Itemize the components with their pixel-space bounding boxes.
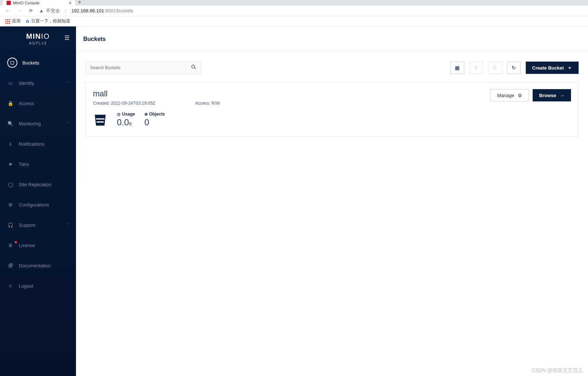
nav-label: Logout bbox=[19, 283, 33, 289]
usage-unit: B bbox=[129, 122, 131, 126]
insecure-label: 不安全 bbox=[46, 8, 60, 14]
search-container bbox=[85, 61, 201, 74]
watermark: CSDN @假装文艺范儿 bbox=[532, 367, 583, 374]
browser-tab[interactable]: MinIO Console × bbox=[3, 0, 75, 5]
objects-label: Objects bbox=[149, 112, 165, 117]
page-title: Buckets bbox=[76, 26, 588, 52]
usage-value: 0.0 bbox=[117, 117, 129, 127]
objects-stat: ⊕Objects 0 bbox=[144, 112, 165, 128]
gear-icon: ⚙ bbox=[7, 202, 14, 208]
sidebar-item-documentation[interactable]: 🗐 Documentation bbox=[0, 255, 76, 276]
grid-icon: ▦ bbox=[455, 65, 460, 71]
browse-label: Browse bbox=[539, 93, 556, 98]
close-tab-icon[interactable]: × bbox=[69, 0, 72, 6]
sidebar-item-identity[interactable]: ▭ Identity ˄ bbox=[0, 73, 76, 93]
bookmarks-bar: 应用 ✿百度一下，你就知道 bbox=[0, 16, 588, 26]
manage-label: Manage bbox=[497, 93, 514, 98]
main-content: Buckets ▦ ⇅ ☰ ↻ Create Bucket ＋ bbox=[76, 26, 588, 376]
baidu-bookmark[interactable]: ✿百度一下，你就知道 bbox=[26, 18, 70, 24]
browser-tab-bar: MinIO Console × + bbox=[0, 0, 588, 5]
nav-label: License bbox=[19, 243, 35, 248]
chevron-up-icon: ˄ bbox=[67, 223, 69, 227]
sidebar-item-monitoring[interactable]: 🔍 Monitoring ˄ bbox=[0, 113, 76, 134]
warning-icon: ▲ bbox=[39, 8, 44, 13]
chevron-up-icon: ˄ bbox=[67, 81, 69, 85]
browse-button[interactable]: Browse → bbox=[533, 89, 571, 101]
sidebar-item-license[interactable]: 🗎 License bbox=[0, 235, 76, 255]
docs-icon: 🗐 bbox=[7, 263, 14, 268]
layers-icon: ❖ bbox=[7, 162, 14, 167]
sidebar-item-buckets[interactable]: Buckets bbox=[0, 53, 76, 73]
manage-button[interactable]: Manage ⚙ bbox=[490, 89, 529, 101]
apps-bookmark[interactable]: 应用 bbox=[5, 18, 21, 24]
new-tab-button[interactable]: + bbox=[75, 0, 84, 5]
url-path: :9001/buckets bbox=[104, 8, 134, 13]
nav-label: Tiers bbox=[19, 162, 29, 167]
url-host: 192.168.86.101 bbox=[71, 8, 104, 13]
reload-button[interactable]: ⟳ bbox=[28, 8, 34, 13]
apps-icon bbox=[5, 19, 10, 24]
sidebar-item-access[interactable]: 🔒 Access bbox=[0, 93, 76, 113]
arrow-right-icon: → bbox=[560, 93, 564, 98]
sidebar-item-support[interactable]: 🎧 Support ˄ bbox=[0, 215, 76, 235]
bucket-card: mall Created: 2022-09-24T03:19:05Z Acces… bbox=[85, 82, 579, 137]
refresh-icon: ↻ bbox=[512, 65, 516, 71]
search-icon: 🔍 bbox=[7, 121, 14, 126]
nav-label: Monitoring bbox=[19, 121, 41, 126]
svg-point-0 bbox=[192, 65, 195, 68]
clock-icon: ◷ bbox=[117, 112, 120, 117]
forward-button[interactable]: → bbox=[16, 8, 22, 13]
sidebar-item-configurations[interactable]: ⚙ Configurations bbox=[0, 195, 76, 215]
identity-icon: ▭ bbox=[7, 80, 14, 86]
sort-button[interactable]: ⇅ bbox=[469, 62, 483, 74]
chevron-up-icon: ˄ bbox=[67, 121, 69, 126]
plus-icon: ＋ bbox=[567, 64, 572, 71]
usage-stat: ◷Usage 0.0B bbox=[117, 112, 135, 128]
bucket-name: mall bbox=[93, 89, 490, 99]
nav-label: Notifications bbox=[19, 141, 45, 147]
license-icon: 🗎 bbox=[7, 243, 14, 248]
sidebar-item-tiers[interactable]: ❖ Tiers bbox=[0, 154, 76, 174]
create-bucket-button[interactable]: Create Bucket ＋ bbox=[526, 62, 579, 74]
sidebar-item-notifications[interactable]: λ Notifications bbox=[0, 134, 76, 154]
search-input[interactable] bbox=[90, 65, 191, 70]
nav-label: Identity bbox=[19, 80, 34, 86]
security-warning[interactable]: ▲ 不安全 bbox=[39, 8, 60, 14]
nav-label: Configurations bbox=[19, 202, 49, 208]
svg-rect-2 bbox=[97, 121, 104, 122]
nav-label: Access bbox=[19, 101, 34, 106]
created-meta: Created: 2022-09-24T03:19:05Z bbox=[93, 101, 155, 106]
objects-value: 0 bbox=[144, 117, 165, 128]
lock-icon: 🔒 bbox=[7, 101, 14, 106]
access-meta: Access: R/W bbox=[195, 101, 220, 106]
lambda-icon: λ bbox=[7, 141, 14, 147]
search-icon[interactable] bbox=[191, 64, 196, 71]
grid-view-button[interactable]: ▦ bbox=[450, 62, 464, 74]
url-display[interactable]: 192.168.86.101:9001/buckets bbox=[71, 8, 133, 13]
apps-label: 应用 bbox=[12, 18, 21, 24]
baidu-icon: ✿ bbox=[26, 19, 29, 24]
refresh-button[interactable]: ↻ bbox=[507, 62, 521, 74]
usage-label: Usage bbox=[122, 112, 135, 117]
nav-label: Site Replication bbox=[19, 182, 51, 187]
sidebar-item-logout[interactable]: ⎋ Logout bbox=[0, 276, 76, 296]
sidebar-item-site-replication[interactable]: ◯ Site Replication bbox=[0, 174, 76, 195]
sort-icon: ⇅ bbox=[474, 65, 478, 71]
nav-label: Documentation bbox=[19, 263, 50, 268]
favicon-icon bbox=[7, 1, 11, 5]
gear-icon: ⚙ bbox=[518, 93, 522, 98]
tab-title: MinIO Console bbox=[13, 1, 39, 5]
svg-rect-1 bbox=[96, 118, 104, 120]
collapse-sidebar-icon[interactable]: ☰ bbox=[64, 34, 69, 41]
logo-right: IO bbox=[41, 32, 50, 40]
replication-icon: ◯ bbox=[7, 182, 14, 187]
back-button[interactable]: ← bbox=[4, 8, 11, 13]
list-view-button[interactable]: ☰ bbox=[488, 62, 502, 74]
bucket-icon bbox=[7, 58, 17, 68]
list-icon: ☰ bbox=[492, 65, 497, 71]
create-bucket-label: Create Bucket bbox=[532, 65, 564, 71]
toolbar: ▦ ⇅ ☰ ↻ Create Bucket ＋ bbox=[85, 61, 579, 74]
notification-badge bbox=[14, 241, 17, 243]
browser-address-bar: ← → ⟳ ▲ 不安全 | 192.168.86.101:9001/bucket… bbox=[0, 5, 588, 16]
baidu-label: 百度一下，你就知道 bbox=[31, 18, 70, 24]
